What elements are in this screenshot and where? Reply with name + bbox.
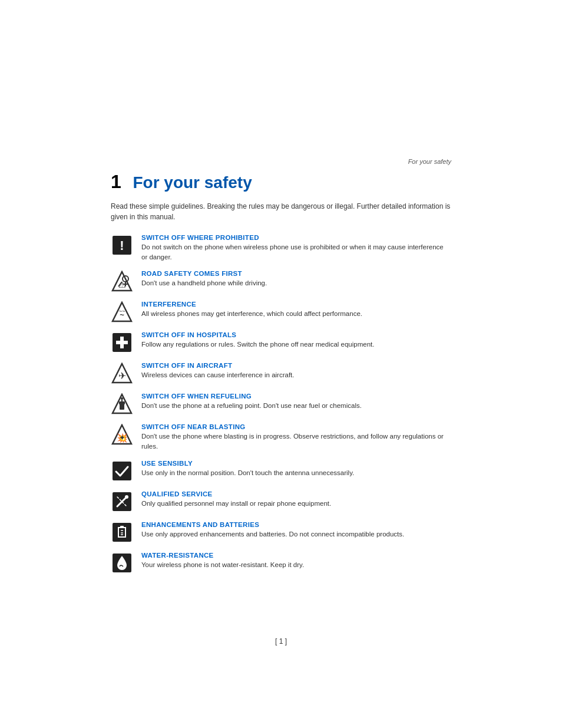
item-desc: Wireless devices can cause interference …	[141, 370, 451, 380]
svg-text:✦: ✦	[119, 433, 125, 442]
item-text: INTERFERENCE All wireless phones may get…	[141, 301, 451, 319]
item-desc: Use only in the normal position. Don't t…	[141, 468, 451, 478]
item-title: SWITCH OFF NEAR BLASTING	[141, 423, 451, 430]
item-desc: All wireless phones may get interference…	[141, 309, 451, 319]
list-item: ⚠ ROAD SAFETY COMES FIRST Don't use a ha…	[111, 270, 451, 292]
item-title: SWITCH OFF WHERE PROHIBITED	[141, 234, 451, 241]
svg-rect-13	[116, 341, 128, 344]
chapter-heading: 1 For your safety	[111, 171, 451, 193]
intro-text: Read these simple guidelines. Breaking t…	[111, 201, 451, 222]
list-item: QUALIFIED SERVICE Only qualified personn…	[111, 490, 451, 513]
item-desc: Only qualified personnel may install or …	[141, 499, 451, 509]
item-desc: Use only approved enhancements and batte…	[141, 529, 451, 539]
prohibited-icon: !	[111, 234, 133, 256]
enhancements-icon	[111, 521, 133, 543]
list-item: ~ ~~ INTERFERENCE All wireless phones ma…	[111, 301, 451, 323]
svg-rect-18	[119, 401, 125, 404]
svg-rect-17	[120, 404, 124, 410]
list-item: USE SENSIBLY Use only in the normal posi…	[111, 460, 451, 482]
item-text: SWITCH OFF NEAR BLASTING Don't use the p…	[141, 423, 451, 451]
list-item: ! SWITCH OFF WHERE PROHIBITED Do not swi…	[111, 234, 451, 262]
item-text: SWITCH OFF WHEN REFUELING Don't use the …	[141, 393, 451, 411]
page: For your safety 1 For your safety Read t…	[0, 0, 562, 728]
item-text: WATER-RESISTANCE Your wireless phone is …	[141, 552, 451, 570]
item-desc: Follow any regulations or rules. Switch …	[141, 340, 451, 350]
item-title: SWITCH OFF WHEN REFUELING	[141, 393, 451, 400]
item-text: ROAD SAFETY COMES FIRST Don't use a hand…	[141, 270, 451, 288]
list-item: SWITCH OFF IN HOSPITALS Follow any regul…	[111, 331, 451, 354]
list-item: ✈ SWITCH OFF IN AIRCRAFT Wireless device…	[111, 362, 451, 384]
item-title: SWITCH OFF IN HOSPITALS	[141, 331, 451, 338]
item-title: SWITCH OFF IN AIRCRAFT	[141, 362, 451, 369]
sensibly-icon	[111, 460, 133, 482]
aircraft-icon: ✈	[111, 362, 133, 384]
item-text: USE SENSIBLY Use only in the normal posi…	[141, 460, 451, 478]
chapter-number: 1	[111, 171, 121, 192]
water-resistance-icon	[111, 552, 133, 574]
item-text: QUALIFIED SERVICE Only qualified personn…	[141, 490, 451, 509]
item-desc: Don't use the phone at a refueling point…	[141, 401, 451, 411]
section-label: For your safety	[408, 158, 451, 165]
svg-text:✈: ✈	[118, 371, 126, 381]
item-title: INTERFERENCE	[141, 301, 451, 308]
page-number: [ 1 ]	[275, 637, 287, 645]
list-item: SWITCH OFF WHEN REFUELING Don't use the …	[111, 393, 451, 415]
item-desc: Your wireless phone is not water-resista…	[141, 560, 451, 570]
list-item: ENHANCEMENTS AND BATTERIES Use only appr…	[111, 521, 451, 543]
interference-icon: ~ ~~	[111, 301, 133, 323]
svg-rect-24	[113, 462, 131, 480]
list-item: WATER-RESISTANCE Your wireless phone is …	[111, 552, 451, 574]
item-title: ENHANCEMENTS AND BATTERIES	[141, 521, 451, 528]
svg-point-28	[125, 495, 128, 499]
item-title: USE SENSIBLY	[141, 460, 451, 467]
svg-text:~~: ~~	[119, 308, 125, 314]
item-title: WATER-RESISTANCE	[141, 552, 451, 559]
svg-rect-30	[120, 526, 124, 528]
item-title: ROAD SAFETY COMES FIRST	[141, 270, 451, 277]
refueling-icon	[111, 393, 133, 415]
chapter-title: For your safety	[133, 173, 252, 192]
item-text: SWITCH OFF IN HOSPITALS Follow any regul…	[141, 331, 451, 350]
item-desc: Don't use the phone where blasting is in…	[141, 431, 451, 451]
item-text: SWITCH OFF IN AIRCRAFT Wireless devices …	[141, 362, 451, 380]
road-safety-icon: ⚠	[111, 270, 133, 292]
svg-point-20	[121, 397, 123, 400]
hospital-icon	[111, 331, 133, 354]
item-text: SWITCH OFF WHERE PROHIBITED Do not switc…	[141, 234, 451, 262]
item-desc: Don't use a handheld phone while driving…	[141, 278, 451, 288]
list-item: 💥 ✦ SWITCH OFF NEAR BLASTING Don't use t…	[111, 423, 451, 451]
svg-rect-29	[113, 523, 131, 542]
content-area: 1 For your safety Read these simple guid…	[111, 171, 451, 582]
item-desc: Do not switch on the phone when wireless…	[141, 242, 451, 262]
svg-text:!: !	[120, 238, 124, 253]
item-text: ENHANCEMENTS AND BATTERIES Use only appr…	[141, 521, 451, 539]
qualified-service-icon	[111, 490, 133, 513]
item-title: QUALIFIED SERVICE	[141, 490, 451, 498]
blasting-icon: 💥 ✦	[111, 423, 133, 446]
